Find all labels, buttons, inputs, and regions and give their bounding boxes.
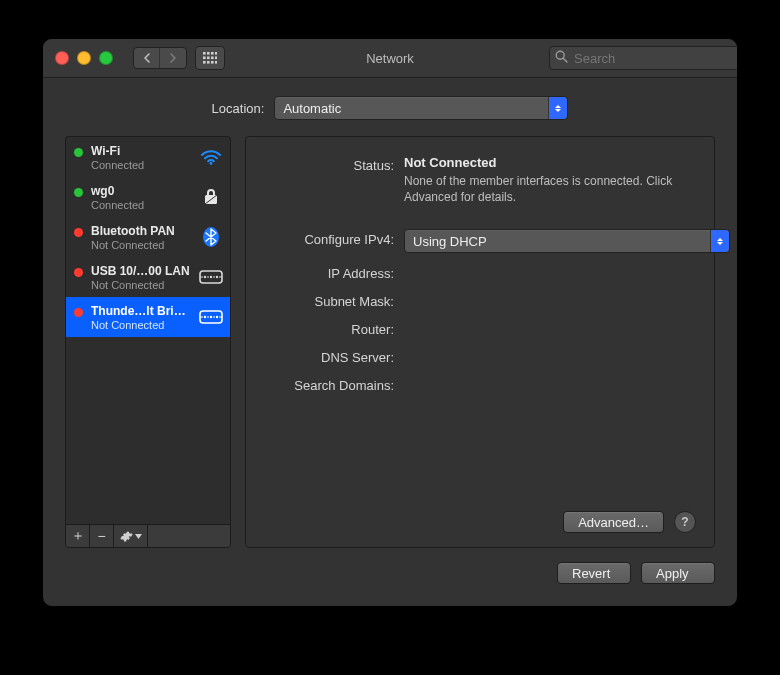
search-icon: [555, 50, 568, 63]
service-bluetooth-pan[interactable]: Bluetooth PAN Not Connected: [66, 217, 230, 257]
svg-rect-3: [215, 52, 217, 55]
popup-stepper-icon: [710, 230, 729, 252]
footer: Revert Apply: [65, 548, 715, 588]
add-service-button[interactable]: ＋: [66, 525, 90, 547]
service-status-text: Not Connected: [91, 239, 190, 251]
svg-line-13: [563, 58, 567, 62]
service-wg0[interactable]: wg0 Connected: [66, 177, 230, 217]
remove-service-button[interactable]: −: [90, 525, 114, 547]
status-dot-icon: [74, 188, 83, 197]
service-name: wg0: [91, 184, 190, 198]
status-dot-icon: [74, 268, 83, 277]
svg-rect-0: [203, 52, 206, 55]
configure-ipv4-value: Using DHCP: [413, 234, 487, 249]
ip-address-row: IP Address:: [264, 263, 696, 281]
service-status-text: Not Connected: [91, 279, 190, 291]
close-window-button[interactable]: [55, 51, 69, 65]
svg-point-20: [216, 276, 218, 278]
gear-icon: [120, 530, 133, 543]
svg-rect-7: [215, 57, 217, 60]
ethernet-icon: [198, 306, 224, 328]
lock-icon: [198, 186, 224, 208]
router-row: Router:: [264, 319, 696, 337]
service-name: Thunde…lt Bridge: [91, 304, 190, 318]
chevron-down-icon: [135, 534, 142, 539]
configure-ipv4-row: Configure IPv4: Using DHCP: [264, 229, 696, 253]
service-actions-menu[interactable]: [114, 525, 148, 547]
zoom-window-button[interactable]: [99, 51, 113, 65]
service-status-text: Connected: [91, 199, 190, 211]
svg-rect-1: [207, 52, 210, 55]
svg-point-24: [216, 316, 218, 318]
window-body: Location: Automatic Wi-Fi Connected: [43, 78, 737, 606]
search-input[interactable]: [549, 46, 738, 70]
search-domains-row: Search Domains:: [264, 375, 696, 393]
sidebar: Wi-Fi Connected wg0 Connected: [65, 136, 231, 548]
svg-rect-4: [203, 57, 206, 60]
service-name: Wi-Fi: [91, 144, 190, 158]
bluetooth-icon: [198, 226, 224, 248]
subnet-mask-label: Subnet Mask:: [264, 291, 394, 309]
configure-ipv4-label: Configure IPv4:: [264, 229, 394, 247]
svg-point-22: [204, 316, 206, 318]
help-icon: ?: [681, 515, 688, 529]
svg-rect-5: [207, 57, 210, 60]
subnet-mask-row: Subnet Mask:: [264, 291, 696, 309]
service-list-toolbar: ＋ −: [65, 524, 231, 548]
dns-server-label: DNS Server:: [264, 347, 394, 365]
service-status-text: Connected: [91, 159, 190, 171]
svg-point-23: [210, 316, 212, 318]
service-thunderbolt-bridge[interactable]: Thunde…lt Bridge Not Connected: [66, 297, 230, 337]
advanced-button[interactable]: Advanced…: [563, 511, 664, 533]
status-value: Not Connected: [404, 155, 696, 170]
main-split: Wi-Fi Connected wg0 Connected: [65, 136, 715, 548]
location-label: Location:: [212, 101, 265, 116]
svg-rect-8: [203, 61, 206, 64]
minimize-window-button[interactable]: [77, 51, 91, 65]
svg-rect-9: [207, 61, 210, 64]
router-label: Router:: [264, 319, 394, 337]
svg-rect-10: [211, 61, 214, 64]
wifi-icon: [198, 146, 224, 168]
chevron-right-icon: [169, 53, 177, 63]
search-domains-label: Search Domains:: [264, 375, 394, 393]
configure-ipv4-popup[interactable]: Using DHCP: [404, 229, 730, 253]
search-field[interactable]: [549, 46, 725, 70]
dns-server-row: DNS Server:: [264, 347, 696, 365]
back-button[interactable]: [134, 48, 160, 68]
grid-icon: [203, 52, 217, 64]
svg-rect-6: [211, 57, 214, 60]
location-popup[interactable]: Automatic: [274, 96, 568, 120]
forward-button[interactable]: [160, 48, 186, 68]
minus-icon: −: [97, 528, 105, 544]
ip-address-label: IP Address:: [264, 263, 394, 281]
service-usb-lan[interactable]: USB 10/…00 LAN Not Connected: [66, 257, 230, 297]
detail-bottom-row: Advanced… ?: [264, 511, 696, 533]
service-wifi[interactable]: Wi-Fi Connected: [66, 137, 230, 177]
svg-rect-11: [215, 61, 217, 64]
show-all-prefs-button[interactable]: [195, 46, 225, 70]
help-button[interactable]: ?: [674, 511, 696, 533]
service-status-text: Not Connected: [91, 319, 190, 331]
nav-back-forward: [133, 47, 187, 69]
svg-point-18: [204, 276, 206, 278]
status-dot-icon: [74, 308, 83, 317]
service-list[interactable]: Wi-Fi Connected wg0 Connected: [65, 136, 231, 524]
plus-icon: ＋: [71, 527, 85, 545]
svg-rect-2: [211, 52, 214, 55]
status-row: Status: Not Connected None of the member…: [264, 155, 696, 205]
revert-button[interactable]: Revert: [557, 562, 631, 584]
location-row: Location: Automatic: [65, 96, 715, 120]
status-label: Status:: [264, 155, 394, 173]
titlebar: Network: [43, 39, 737, 78]
status-dot-icon: [74, 148, 83, 157]
detail-panel: Status: Not Connected None of the member…: [245, 136, 715, 548]
window-controls: [43, 51, 113, 65]
status-dot-icon: [74, 228, 83, 237]
network-prefs-window: Network Location: Automatic: [42, 38, 738, 607]
apply-button[interactable]: Apply: [641, 562, 715, 584]
service-name: Bluetooth PAN: [91, 224, 190, 238]
chevron-left-icon: [143, 53, 151, 63]
service-name: USB 10/…00 LAN: [91, 264, 190, 278]
status-subtext: None of the member interfaces is connect…: [404, 173, 696, 205]
